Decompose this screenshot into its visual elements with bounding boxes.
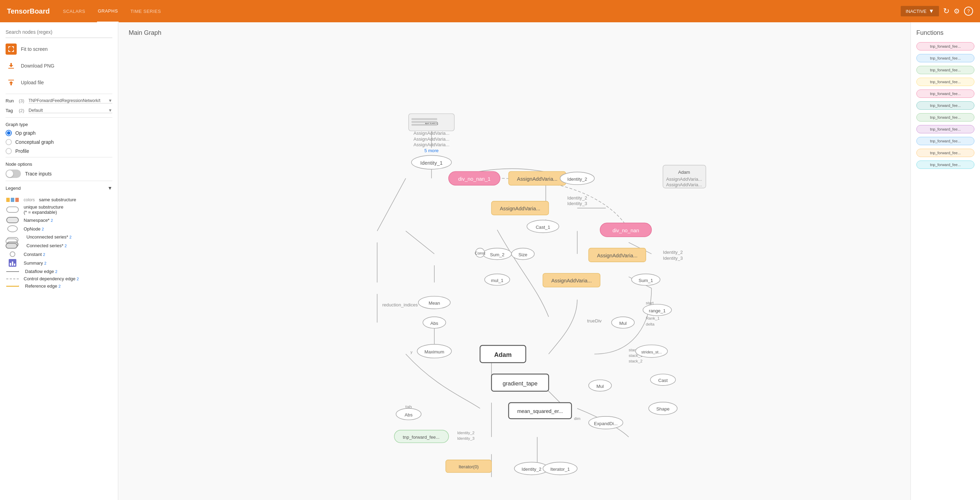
header: TensorBoard SCALARS GRAPHS TIME SERIES I… — [0, 0, 980, 22]
divider-2 — [6, 117, 112, 118]
legend-colors-icon — [6, 198, 19, 202]
svg-text:dim: dim — [574, 417, 581, 421]
svg-text:y: y — [410, 350, 412, 354]
svg-rect-36 — [411, 124, 437, 126]
svg-text:Adam: Adam — [494, 351, 512, 358]
svg-rect-5 — [8, 50, 9, 52]
node-adam-top: Adam AssignAddVaria... AssignAddVaria...… — [409, 113, 454, 153]
legend-reference-label: Reference edge 2 — [25, 283, 60, 289]
svg-rect-34 — [411, 118, 437, 120]
svg-text:ExpandDi...: ExpandDi... — [594, 421, 617, 426]
svg-text:Const: Const — [475, 251, 485, 255]
func-pill-9[interactable]: tnp_forward_fee... — [916, 149, 974, 157]
upload-file-label: Upload file — [21, 80, 44, 85]
refresh-icon[interactable]: ↻ — [943, 6, 950, 16]
legend-connected-row: Connected series* 2 — [6, 242, 112, 249]
func-pill-10[interactable]: tnp_forward_fee... — [916, 161, 974, 169]
download-png-action[interactable]: Download PNG — [6, 58, 112, 74]
fit-to-screen-label: Fit to screen — [21, 46, 48, 52]
graph-canvas[interactable]: Adam AssignAddVaria... AssignAddVaria...… — [129, 42, 900, 489]
svg-text:AssignAddVaria...: AssignAddVaria... — [597, 253, 638, 258]
trace-inputs-toggle[interactable] — [6, 169, 21, 178]
legend-namespace-label: Namespace* 2 — [24, 217, 53, 223]
svg-line-18 — [406, 231, 434, 254]
legend-chevron-icon: ▼ — [107, 185, 112, 191]
run-value: TNPForwardFeedRegressionNetwork/t — [29, 98, 108, 103]
settings-icon[interactable]: ⚙ — [954, 7, 960, 15]
svg-text:AssignAddVaria...: AssignAddVaria... — [666, 177, 702, 182]
svg-text:Identity_3: Identity_3 — [663, 256, 682, 261]
svg-text:div_no_nan: div_no_nan — [612, 228, 639, 233]
svg-text:Cast: Cast — [658, 378, 668, 383]
tag-dropdown-arrow-icon: ▼ — [108, 108, 112, 113]
svg-text:Size: Size — [519, 252, 528, 257]
content-area: Main Graph — [118, 22, 980, 500]
tag-dropdown[interactable]: Default ▼ — [29, 108, 112, 113]
legend-header[interactable]: Legend ▼ — [6, 181, 112, 195]
func-pill-4[interactable]: tnp_forward_fee... — [916, 89, 974, 98]
node-options-section: Node options Trace inputs — [6, 161, 112, 178]
func-pill-0[interactable]: tnp_forward_fee... — [916, 42, 974, 51]
main-layout: Fit to screen Download PNG Upload file — [0, 22, 980, 500]
fit-to-screen-action[interactable]: Fit to screen — [6, 41, 112, 58]
logo[interactable]: TensorBoard — [7, 7, 50, 15]
func-pill-6[interactable]: tnp_forward_fee... — [916, 113, 974, 121]
legend-namespace-row: Namespace* 2 — [6, 217, 112, 223]
legend-section: Legend ▼ colors same substructure — [6, 181, 112, 296]
graph-type-section: Graph type Op graph Conceptual graph Pro… — [6, 122, 112, 154]
legend-dataflow-row: → Dataflow edge 2 — [6, 269, 112, 274]
svg-text:Mul: Mul — [597, 384, 604, 389]
functions-panel: Functions tnp_forward_fee... tnp_forward… — [910, 22, 980, 500]
upload-file-action[interactable]: Upload file — [6, 74, 112, 91]
search-input[interactable] — [6, 28, 112, 38]
legend-dataflow-icon: → — [6, 271, 19, 272]
inactive-dropdown[interactable]: INACTIVE ▼ — [901, 6, 939, 16]
svg-text:stack_2: stack_2 — [629, 359, 643, 363]
trace-inputs-row: Trace inputs — [6, 169, 112, 178]
svg-text:Iterator(0): Iterator(0) — [459, 464, 479, 470]
func-pill-7[interactable]: tnp_forward_fee... — [916, 125, 974, 133]
svg-text:trueDiv: trueDiv — [587, 318, 601, 323]
legend-same-substructure-label: same substructure — [39, 197, 76, 202]
run-dropdown-arrow-icon: ▼ — [108, 98, 112, 103]
nav-graphs[interactable]: GRAPHS — [97, 0, 119, 22]
legend-summary-icon — [6, 259, 19, 267]
conceptual-graph-label: Conceptual graph — [15, 139, 54, 145]
legend-colors-row: colors same substructure — [6, 197, 112, 202]
func-pill-8[interactable]: tnp_forward_fee... — [916, 137, 974, 145]
legend-constant-icon — [6, 251, 19, 257]
legend-constant-row: Constant 2 — [6, 251, 112, 257]
run-dropdown[interactable]: TNPForwardFeedRegressionNetwork/t ▼ — [29, 98, 112, 104]
svg-text:AssignAddVaria...: AssignAddVaria... — [517, 176, 557, 182]
legend-control-row: Control dependency edge 2 — [6, 276, 112, 281]
svg-text:Sum_2: Sum_2 — [490, 252, 504, 257]
svg-text:Sum_1: Sum_1 — [638, 278, 653, 283]
svg-text:reduction_indices: reduction_indices — [382, 302, 418, 307]
main-graph-title: Main Graph — [129, 29, 900, 37]
radio-profile[interactable]: Profile — [6, 148, 112, 154]
svg-text:Rank_1: Rank_1 — [646, 316, 660, 320]
legend-summary-label: Summary 2 — [24, 260, 46, 266]
nav-time-series[interactable]: TIME SERIES — [130, 0, 162, 22]
svg-rect-7 — [13, 50, 14, 52]
tag-label: Tag — [6, 108, 16, 113]
func-pill-3[interactable]: tnp_forward_fee... — [916, 78, 974, 86]
svg-rect-3 — [13, 46, 14, 48]
radio-op-graph[interactable]: Op graph — [6, 130, 112, 136]
radio-conceptual-graph[interactable]: Conceptual graph — [6, 139, 112, 145]
legend-unconnected-label: Unconnected series* 2 — [26, 234, 72, 240]
help-icon[interactable]: ? — [964, 6, 973, 16]
radio-op-graph-button — [6, 130, 12, 136]
func-pill-5[interactable]: tnp_forward_fee... — [916, 101, 974, 110]
func-pill-2[interactable]: tnp_forward_fee... — [916, 66, 974, 74]
node-options-title: Node options — [6, 161, 112, 167]
fit-screen-icon — [6, 43, 17, 55]
nav-scalars[interactable]: SCALARS — [62, 0, 86, 22]
svg-text:Abs: Abs — [405, 412, 413, 417]
svg-text:AssignAddVaria...: AssignAddVaria... — [500, 206, 540, 211]
svg-text:tnp_forward_fee...: tnp_forward_fee... — [403, 435, 439, 440]
svg-text:Identity_2: Identity_2 — [567, 177, 587, 182]
svg-text:Mul: Mul — [619, 321, 627, 326]
func-pill-1[interactable]: tnp_forward_fee... — [916, 54, 974, 62]
legend-control-icon — [6, 278, 19, 279]
